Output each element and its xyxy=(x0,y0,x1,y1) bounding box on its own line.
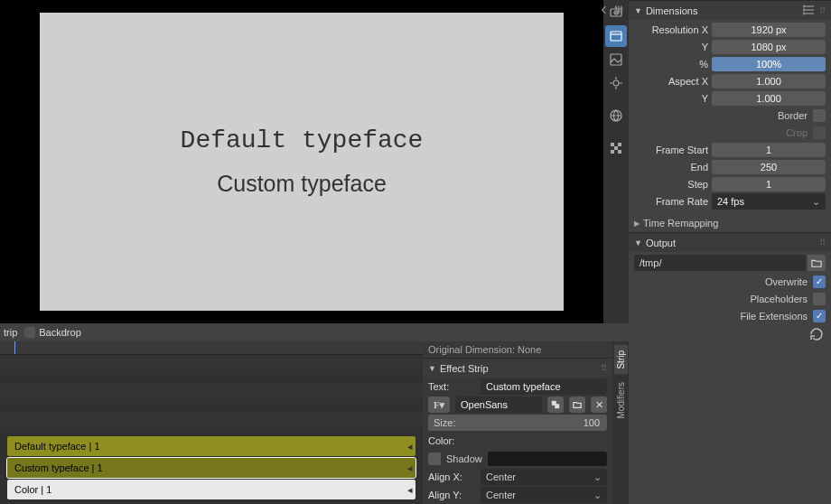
svg-point-19 xyxy=(803,5,805,7)
placeholders-checkbox[interactable] xyxy=(813,293,826,305)
strip-properties-panel: Original Dimension: None ▼ Effect Strip … xyxy=(423,341,612,504)
svg-point-5 xyxy=(621,7,623,10)
playhead[interactable] xyxy=(14,341,15,354)
svg-point-21 xyxy=(803,13,805,14)
frame-step-label: Step xyxy=(634,179,708,190)
output-path-input[interactable]: /tmp/ xyxy=(634,255,806,271)
svg-rect-16 xyxy=(618,150,621,154)
texture-tab-icon[interactable] xyxy=(605,137,627,159)
strip-handle-icon[interactable]: ◂ xyxy=(406,482,414,497)
crop-label: Crop xyxy=(786,127,808,138)
font-input[interactable]: OpenSans xyxy=(455,397,542,413)
color-label: Color: xyxy=(428,435,475,446)
backdrop-toggle[interactable]: Backdrop xyxy=(24,327,80,338)
svg-point-10 xyxy=(613,80,619,86)
frame-step-input[interactable]: 1 xyxy=(712,177,826,191)
preview-viewport[interactable]: Default typeface Custom typeface xyxy=(0,0,603,323)
size-slider[interactable]: Size: 100 xyxy=(428,415,607,431)
image-tab-icon[interactable] xyxy=(605,49,627,70)
frame-start-input[interactable]: 1 xyxy=(712,143,826,157)
preview-canvas: Default typeface Custom typeface xyxy=(40,13,564,311)
svg-point-4 xyxy=(618,10,621,13)
frame-rate-label: Frame Rate xyxy=(634,196,708,207)
text-label: Text: xyxy=(428,381,475,392)
frame-end-input[interactable]: 250 xyxy=(712,160,826,174)
aspect-y-input[interactable]: 1.000 xyxy=(712,91,826,106)
aspect-y-label: Y xyxy=(634,93,708,104)
dimensions-header[interactable]: ▼ Dimensions ⠿ xyxy=(629,0,831,20)
overwrite-label: Overwrite xyxy=(765,276,808,287)
open-file-icon[interactable] xyxy=(569,397,585,413)
svg-rect-13 xyxy=(618,143,621,146)
time-remapping-header[interactable]: ▶ Time Remapping xyxy=(629,214,831,232)
svg-point-20 xyxy=(803,9,805,11)
text-strip-default[interactable]: Default typeface | 1 ◂ xyxy=(7,436,416,456)
aspect-x-input[interactable]: 1.000 xyxy=(712,74,826,89)
properties-panel: ▼ Dimensions ⠿ Resolution X 1920 px Y 10… xyxy=(629,0,831,504)
backdrop-checkbox[interactable] xyxy=(24,327,35,338)
preview-text-custom: Custom typeface xyxy=(217,171,387,197)
timeline-ruler[interactable] xyxy=(0,341,423,355)
preview-text-default: Default typeface xyxy=(181,126,424,154)
folder-browse-icon[interactable] xyxy=(808,255,826,271)
resolution-x-label: Resolution X xyxy=(634,24,708,35)
scene-tab-icon[interactable] xyxy=(605,72,627,94)
unlink-icon[interactable]: ✕ xyxy=(591,397,607,413)
timeline-tracks[interactable]: Default typeface | 1 ◂ Custom typeface |… xyxy=(0,355,423,504)
aligny-dropdown[interactable]: Center xyxy=(481,487,607,503)
alignx-dropdown[interactable]: Center xyxy=(481,469,607,485)
svg-rect-9 xyxy=(611,54,621,65)
frame-start-label: Frame Start xyxy=(634,145,708,155)
svg-point-3 xyxy=(615,6,618,9)
svg-rect-8 xyxy=(611,32,621,41)
resolution-y-input[interactable]: 1080 px xyxy=(712,40,826,54)
chevron-left-icon[interactable] xyxy=(598,4,611,16)
color-strip[interactable]: Color | 1 ◂ xyxy=(7,480,416,499)
frame-end-label: End xyxy=(634,162,708,173)
strip-handle-icon[interactable]: ◂ xyxy=(406,461,414,475)
text-strip-custom[interactable]: Custom typeface | 1 ◂ xyxy=(7,458,416,478)
resolution-x-input[interactable]: 1920 px xyxy=(712,23,826,37)
output-tab-icon[interactable] xyxy=(605,25,627,47)
svg-rect-12 xyxy=(611,143,614,146)
percent-input[interactable]: 100% xyxy=(712,57,826,71)
aspect-x-label: Aspect X xyxy=(634,76,708,87)
refresh-icon[interactable] xyxy=(809,327,824,341)
alignx-label: Align X: xyxy=(428,471,475,482)
svg-rect-14 xyxy=(614,146,618,150)
sliders-icon[interactable] xyxy=(612,4,625,16)
svg-rect-18 xyxy=(555,404,559,408)
grip-icon[interactable]: ⠿ xyxy=(601,363,607,373)
file-extensions-checkbox[interactable] xyxy=(813,310,826,322)
grip-icon[interactable]: ⠿ xyxy=(819,238,826,247)
shadow-color-swatch[interactable] xyxy=(488,452,607,466)
output-header[interactable]: ▼ Output ⠿ xyxy=(629,232,831,252)
border-label: Border xyxy=(778,110,808,121)
preview-pane: Default typeface Custom typeface xyxy=(0,0,629,323)
side-tab-strip[interactable]: Strip xyxy=(614,345,628,375)
frame-rate-dropdown[interactable]: 24 fps xyxy=(712,193,826,210)
border-checkbox[interactable] xyxy=(813,109,826,122)
file-extensions-label: File Extensions xyxy=(740,311,808,322)
side-tab-modifiers[interactable]: Modifiers xyxy=(614,377,628,425)
sequencer-timeline: Default typeface | 1 ◂ Custom typeface |… xyxy=(0,341,629,504)
world-tab-icon[interactable] xyxy=(605,105,627,126)
effect-strip-header[interactable]: ▼ Effect Strip ⠿ xyxy=(423,358,612,378)
sequencer-side-tabs: Strip Modifiers xyxy=(612,341,629,504)
crop-checkbox xyxy=(813,126,826,139)
backdrop-label: Backdrop xyxy=(39,327,80,338)
svg-rect-15 xyxy=(611,150,614,154)
presets-icon[interactable] xyxy=(803,4,816,18)
overwrite-checkbox[interactable] xyxy=(813,275,826,288)
strip-tab-partial[interactable]: trip xyxy=(4,327,17,338)
users-icon[interactable] xyxy=(547,397,564,413)
shadow-checkbox[interactable] xyxy=(428,453,441,465)
properties-tab-strip xyxy=(603,0,629,323)
text-input[interactable]: Custom typeface xyxy=(481,378,607,395)
strip-handle-icon[interactable]: ◂ xyxy=(406,439,414,453)
sequencer-header-bar: trip Backdrop xyxy=(0,323,629,341)
original-dimension-label: Original Dimension: None xyxy=(423,341,612,358)
aligny-label: Align Y: xyxy=(428,490,475,500)
grip-icon[interactable]: ⠿ xyxy=(819,5,826,15)
font-datablock-icon[interactable]: F▾ xyxy=(428,397,450,413)
